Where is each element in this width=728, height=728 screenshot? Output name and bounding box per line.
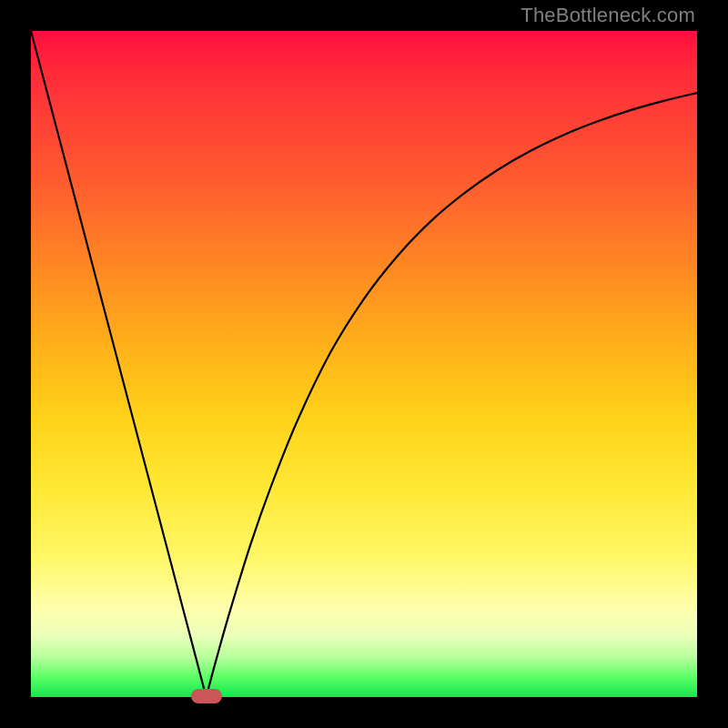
chart-frame: TheBottleneck.com — [0, 0, 728, 728]
bottleneck-curve — [31, 31, 697, 697]
min-marker — [191, 689, 222, 703]
plot-area — [31, 31, 697, 697]
watermark-text: TheBottleneck.com — [521, 4, 695, 27]
